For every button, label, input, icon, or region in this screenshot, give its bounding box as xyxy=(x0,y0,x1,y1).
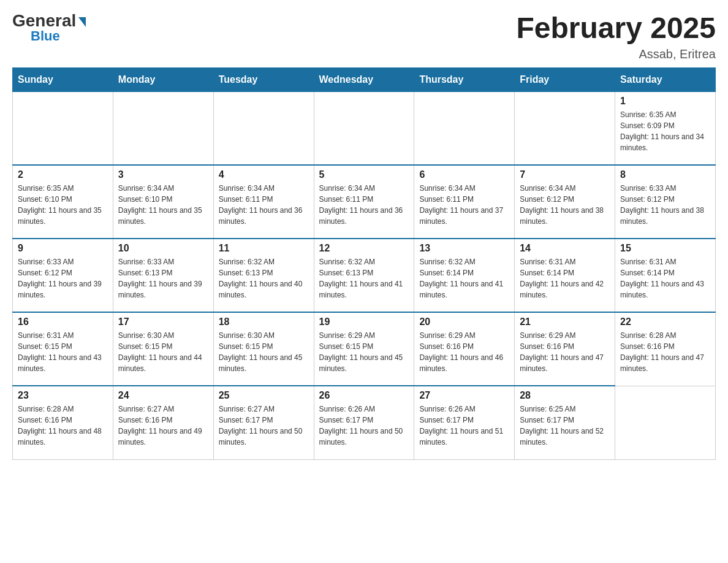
calendar-cell: 14Sunrise: 6:31 AM Sunset: 6:14 PM Dayli… xyxy=(515,239,615,312)
day-info: Sunrise: 6:27 AM Sunset: 6:17 PM Dayligh… xyxy=(219,404,309,448)
day-info: Sunrise: 6:28 AM Sunset: 6:16 PM Dayligh… xyxy=(620,330,710,374)
logo-triangle-icon xyxy=(78,17,86,27)
calendar-cell: 23Sunrise: 6:28 AM Sunset: 6:16 PM Dayli… xyxy=(13,386,113,459)
day-info: Sunrise: 6:29 AM Sunset: 6:16 PM Dayligh… xyxy=(520,330,610,374)
header-saturday: Saturday xyxy=(615,67,716,91)
day-info: Sunrise: 6:28 AM Sunset: 6:16 PM Dayligh… xyxy=(18,404,108,448)
calendar-cell: 11Sunrise: 6:32 AM Sunset: 6:13 PM Dayli… xyxy=(213,239,314,312)
day-number: 3 xyxy=(118,169,208,180)
day-info: Sunrise: 6:35 AM Sunset: 6:10 PM Dayligh… xyxy=(18,183,108,227)
page-header: General Blue February 2025 Assab, Eritre… xyxy=(12,12,716,61)
day-info: Sunrise: 6:30 AM Sunset: 6:15 PM Dayligh… xyxy=(219,330,309,374)
day-info: Sunrise: 6:34 AM Sunset: 6:12 PM Dayligh… xyxy=(520,183,610,227)
logo-general-text: General xyxy=(12,12,76,29)
header-sunday: Sunday xyxy=(13,67,113,91)
calendar-cell: 25Sunrise: 6:27 AM Sunset: 6:17 PM Dayli… xyxy=(213,386,314,459)
day-number: 9 xyxy=(18,243,108,254)
day-number: 5 xyxy=(319,169,409,180)
logo-blue-text: Blue xyxy=(31,29,60,43)
day-info: Sunrise: 6:30 AM Sunset: 6:15 PM Dayligh… xyxy=(118,330,208,374)
day-number: 28 xyxy=(520,390,610,401)
calendar-table: Sunday Monday Tuesday Wednesday Thursday… xyxy=(12,67,716,460)
day-number: 13 xyxy=(419,243,509,254)
day-info: Sunrise: 6:31 AM Sunset: 6:14 PM Dayligh… xyxy=(520,256,610,301)
day-info: Sunrise: 6:34 AM Sunset: 6:11 PM Dayligh… xyxy=(419,183,509,227)
day-number: 21 xyxy=(520,316,610,327)
calendar-cell xyxy=(414,91,515,165)
day-info: Sunrise: 6:33 AM Sunset: 6:13 PM Dayligh… xyxy=(118,256,208,301)
day-info: Sunrise: 6:33 AM Sunset: 6:12 PM Dayligh… xyxy=(620,183,710,227)
day-info: Sunrise: 6:27 AM Sunset: 6:16 PM Dayligh… xyxy=(118,404,208,448)
calendar-cell xyxy=(113,91,213,165)
calendar-cell: 15Sunrise: 6:31 AM Sunset: 6:14 PM Dayli… xyxy=(615,239,716,312)
day-number: 26 xyxy=(319,390,409,401)
calendar-cell: 6Sunrise: 6:34 AM Sunset: 6:11 PM Daylig… xyxy=(414,165,515,239)
day-info: Sunrise: 6:25 AM Sunset: 6:17 PM Dayligh… xyxy=(520,404,610,448)
day-info: Sunrise: 6:34 AM Sunset: 6:10 PM Dayligh… xyxy=(118,183,208,227)
day-info: Sunrise: 6:34 AM Sunset: 6:11 PM Dayligh… xyxy=(219,183,309,227)
day-number: 27 xyxy=(419,390,509,401)
calendar-cell: 26Sunrise: 6:26 AM Sunset: 6:17 PM Dayli… xyxy=(314,386,414,459)
day-info: Sunrise: 6:35 AM Sunset: 6:09 PM Dayligh… xyxy=(620,109,710,153)
header-thursday: Thursday xyxy=(414,67,515,91)
day-number: 25 xyxy=(219,390,309,401)
title-section: February 2025 Assab, Eritrea xyxy=(516,12,716,61)
calendar-cell: 27Sunrise: 6:26 AM Sunset: 6:17 PM Dayli… xyxy=(414,386,515,459)
calendar-week-row: 23Sunrise: 6:28 AM Sunset: 6:16 PM Dayli… xyxy=(13,386,716,459)
day-number: 1 xyxy=(620,96,710,107)
header-wednesday: Wednesday xyxy=(314,67,414,91)
day-number: 15 xyxy=(620,243,710,254)
calendar-cell: 2Sunrise: 6:35 AM Sunset: 6:10 PM Daylig… xyxy=(13,165,113,239)
calendar-cell: 1Sunrise: 6:35 AM Sunset: 6:09 PM Daylig… xyxy=(615,91,716,165)
calendar-cell xyxy=(13,91,113,165)
day-number: 24 xyxy=(118,390,208,401)
calendar-cell: 13Sunrise: 6:32 AM Sunset: 6:14 PM Dayli… xyxy=(414,239,515,312)
calendar-week-row: 1Sunrise: 6:35 AM Sunset: 6:09 PM Daylig… xyxy=(13,91,716,165)
calendar-cell: 20Sunrise: 6:29 AM Sunset: 6:16 PM Dayli… xyxy=(414,312,515,386)
calendar-cell: 12Sunrise: 6:32 AM Sunset: 6:13 PM Dayli… xyxy=(314,239,414,312)
calendar-cell: 19Sunrise: 6:29 AM Sunset: 6:15 PM Dayli… xyxy=(314,312,414,386)
calendar-week-row: 16Sunrise: 6:31 AM Sunset: 6:15 PM Dayli… xyxy=(13,312,716,386)
day-number: 7 xyxy=(520,169,610,180)
day-number: 22 xyxy=(620,316,710,327)
calendar-cell xyxy=(615,386,716,459)
header-friday: Friday xyxy=(515,67,615,91)
day-number: 20 xyxy=(419,316,509,327)
day-number: 6 xyxy=(419,169,509,180)
calendar-cell: 8Sunrise: 6:33 AM Sunset: 6:12 PM Daylig… xyxy=(615,165,716,239)
day-info: Sunrise: 6:31 AM Sunset: 6:15 PM Dayligh… xyxy=(18,330,108,374)
header-monday: Monday xyxy=(113,67,213,91)
day-info: Sunrise: 6:32 AM Sunset: 6:13 PM Dayligh… xyxy=(219,256,309,301)
day-number: 17 xyxy=(118,316,208,327)
day-number: 19 xyxy=(319,316,409,327)
day-number: 18 xyxy=(219,316,309,327)
calendar-cell: 5Sunrise: 6:34 AM Sunset: 6:11 PM Daylig… xyxy=(314,165,414,239)
calendar-cell: 16Sunrise: 6:31 AM Sunset: 6:15 PM Dayli… xyxy=(13,312,113,386)
location-text: Assab, Eritrea xyxy=(516,47,716,61)
calendar-cell: 28Sunrise: 6:25 AM Sunset: 6:17 PM Dayli… xyxy=(515,386,615,459)
calendar-cell: 4Sunrise: 6:34 AM Sunset: 6:11 PM Daylig… xyxy=(213,165,314,239)
day-number: 10 xyxy=(118,243,208,254)
day-info: Sunrise: 6:29 AM Sunset: 6:16 PM Dayligh… xyxy=(419,330,509,374)
day-number: 23 xyxy=(18,390,108,401)
calendar-cell: 3Sunrise: 6:34 AM Sunset: 6:10 PM Daylig… xyxy=(113,165,213,239)
day-info: Sunrise: 6:34 AM Sunset: 6:11 PM Dayligh… xyxy=(319,183,409,227)
day-number: 2 xyxy=(18,169,108,180)
calendar-cell: 22Sunrise: 6:28 AM Sunset: 6:16 PM Dayli… xyxy=(615,312,716,386)
day-info: Sunrise: 6:33 AM Sunset: 6:12 PM Dayligh… xyxy=(18,256,108,301)
day-number: 14 xyxy=(520,243,610,254)
calendar-week-row: 2Sunrise: 6:35 AM Sunset: 6:10 PM Daylig… xyxy=(13,165,716,239)
calendar-cell: 7Sunrise: 6:34 AM Sunset: 6:12 PM Daylig… xyxy=(515,165,615,239)
day-number: 16 xyxy=(18,316,108,327)
logo: General Blue xyxy=(12,12,86,43)
day-number: 12 xyxy=(319,243,409,254)
day-info: Sunrise: 6:32 AM Sunset: 6:13 PM Dayligh… xyxy=(319,256,409,301)
header-tuesday: Tuesday xyxy=(213,67,314,91)
calendar-cell: 9Sunrise: 6:33 AM Sunset: 6:12 PM Daylig… xyxy=(13,239,113,312)
day-info: Sunrise: 6:26 AM Sunset: 6:17 PM Dayligh… xyxy=(419,404,509,448)
day-number: 4 xyxy=(219,169,309,180)
calendar-cell xyxy=(515,91,615,165)
calendar-header-row: Sunday Monday Tuesday Wednesday Thursday… xyxy=(13,67,716,91)
calendar-cell xyxy=(213,91,314,165)
day-number: 8 xyxy=(620,169,710,180)
